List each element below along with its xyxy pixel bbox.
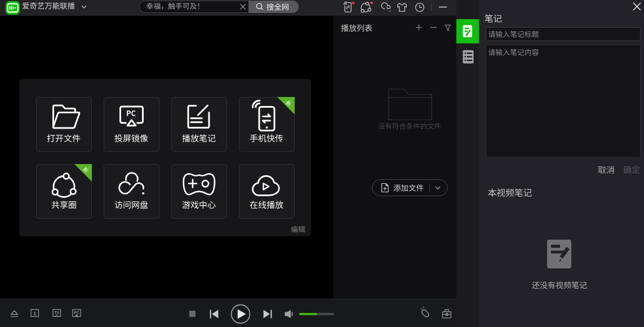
svg-text:TV: TV: [54, 311, 59, 315]
svg-text:1: 1: [33, 310, 37, 316]
svg-text:PC: PC: [74, 311, 79, 315]
